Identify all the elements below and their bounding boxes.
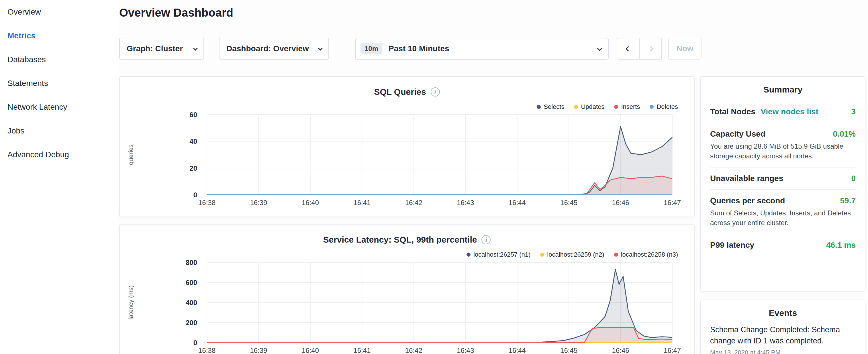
svg-text:16:44: 16:44 [509, 347, 526, 354]
svg-text:16:41: 16:41 [353, 199, 371, 206]
svg-text:60: 60 [189, 111, 197, 119]
summary-row-capacity-used: Capacity Used 0.01% You are using 28.6 M… [710, 123, 856, 167]
summary-row-unavailable-ranges: Unavailable ranges 0 [710, 167, 856, 190]
svg-text:16:39: 16:39 [250, 347, 267, 354]
event-timestamp: May 13, 2020 at 4:45 PM [710, 349, 856, 354]
svg-text:16:40: 16:40 [302, 199, 319, 206]
dashboard-dropdown[interactable]: Dashboard: Overview [219, 38, 329, 60]
legend-dot [540, 253, 544, 257]
chevron-right-icon [648, 46, 653, 51]
svg-text:16:43: 16:43 [457, 199, 474, 206]
svg-text:800: 800 [186, 259, 197, 266]
sql-queries-chart-panel: 020406016:3816:3916:4016:4116:4216:4316:… [119, 76, 694, 217]
time-range-dropdown[interactable]: 10m Past 10 Minutes [355, 38, 609, 60]
svg-text:16:38: 16:38 [198, 347, 216, 354]
summary-row-value: 3 [851, 107, 856, 116]
legend-dot [614, 253, 618, 257]
svg-text:16:42: 16:42 [405, 347, 423, 354]
legend-item[interactable]: localhost:26258 (n3) [614, 251, 678, 258]
summary-row-total-nodes: Total Nodes View nodes list 3 [710, 101, 856, 123]
chart-title: Service Latency: SQL, 99th percentile [323, 235, 477, 245]
app-root: Overview Metrics Databases Statements Ne… [0, 0, 868, 354]
chevron-down-icon [193, 46, 198, 51]
legend-label: Updates [581, 103, 604, 110]
info-icon[interactable]: i [431, 87, 440, 97]
sidebar-item-network-latency[interactable]: Network Latency [0, 95, 119, 119]
graph-scope-dropdown[interactable]: Graph: Cluster [119, 38, 204, 60]
chevron-left-icon [626, 46, 631, 51]
chart-svg: 020406016:3816:3916:4016:4116:4216:4316:… [120, 77, 694, 212]
legend-item[interactable]: Inserts [614, 103, 640, 110]
page-title: Overview Dashboard [119, 6, 233, 19]
legend-label: Deletes [656, 103, 678, 110]
sidebar-item-advanced-debug[interactable]: Advanced Debug [0, 142, 119, 166]
sidebar-item-overview[interactable]: Overview [0, 0, 119, 24]
time-range-badge: 10m [361, 43, 382, 55]
svg-text:16:39: 16:39 [250, 199, 267, 206]
time-back-button[interactable] [617, 38, 640, 60]
sql-queries-chart[interactable]: 020406016:3816:3916:4016:4116:4216:4316:… [120, 77, 694, 217]
event-item[interactable]: Schema Change Completed: Schema change w… [710, 324, 856, 354]
summary-row-label: Capacity Used [710, 129, 766, 139]
svg-text:16:41: 16:41 [353, 347, 371, 354]
sidebar-item-jobs[interactable]: Jobs [0, 119, 119, 142]
sidebar-item-statements[interactable]: Statements [0, 71, 119, 95]
summary-row-label: Unavailable ranges [710, 174, 783, 183]
summary-panel: Summary Total Nodes View nodes list 3 Ca… [700, 76, 865, 292]
chart-title: SQL Queries [374, 87, 426, 97]
summary-row-description: Sum of Selects, Updates, Inserts, and De… [710, 208, 856, 227]
svg-text:16:38: 16:38 [198, 199, 216, 206]
legend-item[interactable]: Selects [537, 103, 564, 110]
summary-row-p99-latency: P99 latency 46.1 ms [710, 234, 856, 256]
svg-text:16:45: 16:45 [560, 199, 578, 206]
sidebar-item-metrics[interactable]: Metrics [0, 24, 119, 47]
svg-text:16:46: 16:46 [612, 199, 629, 206]
legend-label: localhost:26257 (n1) [473, 251, 530, 258]
svg-text:200: 200 [186, 319, 197, 326]
view-nodes-list-link[interactable]: View nodes list [761, 107, 818, 116]
summary-row-label: Queries per second [710, 196, 785, 205]
chart-title-row: SQL Queries i [120, 87, 694, 97]
summary-row-value: 59.7 [840, 196, 856, 205]
summary-title: Summary [710, 85, 856, 95]
sidebar: Overview Metrics Databases Statements Ne… [0, 0, 119, 354]
time-range-label: Past 10 Minutes [389, 44, 449, 53]
svg-text:20: 20 [189, 164, 197, 172]
chart-title-row: Service Latency: SQL, 99th percentile i [120, 235, 694, 245]
chart-legend: localhost:26257 (n1)localhost:26259 (n2)… [467, 251, 678, 258]
legend-dot [614, 105, 618, 109]
summary-row-label: P99 latency [710, 240, 754, 250]
summary-row-value: 0 [851, 174, 856, 183]
legend-label: localhost:26258 (n3) [621, 251, 678, 258]
legend-dot [537, 105, 541, 109]
time-pager [617, 38, 662, 60]
legend-item[interactable]: localhost:26257 (n1) [467, 251, 530, 258]
events-title: Events [710, 308, 856, 318]
now-button[interactable]: Now [668, 38, 702, 60]
svg-text:600: 600 [186, 279, 197, 286]
sidebar-item-databases[interactable]: Databases [0, 47, 119, 71]
svg-text:16:40: 16:40 [302, 347, 319, 354]
svg-text:40: 40 [189, 137, 197, 145]
info-icon[interactable]: i [482, 235, 491, 244]
service-latency-chart-panel: 020040060080016:3816:3916:4016:4116:4216… [119, 224, 694, 354]
svg-text:0: 0 [193, 339, 197, 347]
summary-row-queries-per-second: Queries per second 59.7 Sum of Selects, … [710, 190, 856, 234]
svg-text:16:43: 16:43 [457, 347, 474, 354]
legend-item[interactable]: Deletes [650, 103, 678, 110]
time-forward-button[interactable] [639, 38, 662, 60]
svg-text:400: 400 [186, 299, 197, 307]
svg-text:16:44: 16:44 [509, 199, 526, 206]
svg-text:16:45: 16:45 [560, 347, 578, 354]
summary-row-label: Total Nodes [710, 107, 755, 116]
svg-text:16:47: 16:47 [664, 199, 681, 206]
legend-dot [467, 253, 470, 257]
dashboard-dropdown-label: Dashboard: Overview [226, 44, 309, 53]
chart-legend: SelectsUpdatesInsertsDeletes [537, 103, 678, 110]
svg-text:0: 0 [193, 191, 197, 199]
legend-label: Selects [544, 103, 564, 110]
legend-label: Inserts [621, 103, 640, 110]
legend-item[interactable]: Updates [574, 103, 604, 110]
legend-item[interactable]: localhost:26259 (n2) [540, 251, 604, 258]
controls-bar: Graph: Cluster Dashboard: Overview 10m P… [119, 38, 868, 60]
